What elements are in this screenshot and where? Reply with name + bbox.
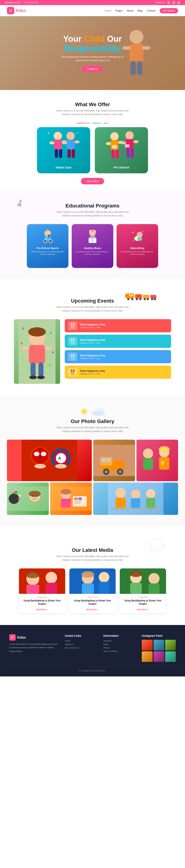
- svg-rect-16: [68, 149, 71, 158]
- preschool-label: Pre School: [113, 166, 129, 169]
- svg-point-135: [9, 493, 19, 504]
- logo[interactable]: K Kidzo: [7, 7, 26, 14]
- svg-point-82: [29, 375, 37, 379]
- media-card-3[interactable]: 12 Aug 2021 Using Backlighting to Enhan …: [120, 568, 166, 614]
- facebook-icon[interactable]: f: [167, 1, 170, 4]
- media-card-2[interactable]: 12 Aug 2021 Using Backlighting to Enhan …: [70, 568, 115, 614]
- hero-subtitle: Stop wasting precious time creating invo…: [60, 55, 125, 62]
- svg-rect-22: [106, 142, 111, 145]
- media-date-1: 12 Aug 2021: [21, 596, 63, 598]
- instagram-item-2[interactable]: [154, 640, 164, 650]
- footer-link-terms[interactable]: Terms of Policy: [103, 650, 137, 652]
- footer-link-news[interactable]: News: [103, 643, 137, 646]
- svg-rect-15: [75, 141, 80, 143]
- gallery-item-4[interactable]: [7, 483, 49, 515]
- event-item-2[interactable]: 12 May Paint Happiness Day Monday 11:00 …: [65, 335, 171, 348]
- footer-information-title: Information: [103, 634, 137, 638]
- nav-about[interactable]: About: [127, 9, 133, 12]
- svg-rect-158: [131, 498, 140, 508]
- svg-point-128: [143, 448, 153, 459]
- footer-link-services[interactable]: Services: [103, 640, 137, 642]
- footer-link-photos[interactable]: Photos: [103, 647, 137, 649]
- svg-point-71: [128, 291, 130, 292]
- svg-rect-11: [59, 149, 62, 158]
- gallery-item-1[interactable]: A: [7, 440, 92, 481]
- instagram-item-4[interactable]: [142, 651, 152, 662]
- svg-rect-73: [131, 294, 133, 296]
- nav-home[interactable]: Home: [105, 9, 111, 12]
- svg-rect-77: [29, 345, 45, 364]
- meals-illustration: [84, 228, 101, 244]
- svg-point-60: [131, 298, 133, 300]
- meals-desc: An amazing way to our at attending site,…: [75, 250, 110, 255]
- upcoming-events-section: Upcoming Events Kidzo mission is to prov…: [0, 279, 185, 395]
- svg-rect-179: [149, 583, 160, 594]
- svg-point-122: [105, 470, 108, 473]
- get-started-button[interactable]: Get Started: [160, 8, 178, 13]
- edu-cards-container: Pre-School Sports An amazing way to our …: [9, 224, 176, 268]
- offer-card-preschool: Pre School: [95, 127, 148, 173]
- svg-rect-151: [78, 498, 82, 500]
- media-link-2[interactable]: Read More: [86, 608, 97, 611]
- learn-more-button[interactable]: Learn More: [81, 178, 104, 184]
- edu-programs-title: Educational Programs: [9, 203, 176, 209]
- media-title-1: Using Backlighting to Enhan Your Images: [21, 599, 63, 606]
- svg-rect-153: [74, 503, 80, 504]
- contact-us-button[interactable]: Contact Us: [82, 66, 103, 72]
- decor-lines: [14, 123, 171, 123]
- twitter-icon[interactable]: t: [172, 1, 175, 4]
- pinterest-icon[interactable]: p: [177, 1, 180, 4]
- logo-text: Kidzo: [16, 8, 26, 13]
- svg-point-136: [12, 492, 15, 494]
- svg-rect-171: [82, 583, 94, 594]
- edu-card-babysitting: ★ ★ ★ Babysitting An amazing way to our …: [116, 224, 158, 268]
- event-item-4[interactable]: 12 May Paint Happiness Day Monday 11:00 …: [65, 366, 171, 379]
- event-item-1[interactable]: 12 May Paint Happiness Day Monday 11:00 …: [65, 319, 171, 332]
- footer-bottom: © Copyright 2022 Design By -: [9, 666, 176, 672]
- hero-title: Your Child Our Responsibility: [60, 34, 125, 53]
- instagram-item-5[interactable]: [154, 651, 164, 662]
- what-we-offer-desc: Kidzo mission is to provide affordable, …: [55, 109, 130, 116]
- nav-pages[interactable]: Pages: [115, 9, 123, 12]
- nav-blog[interactable]: Blog: [138, 9, 143, 12]
- footer-link-contact[interactable]: Get In Touch Us: [65, 647, 99, 649]
- event-date-num-4: 12: [70, 369, 75, 373]
- event-time-4: Monday 11:00 - 11:00: [80, 373, 168, 375]
- gallery-item-2[interactable]: [93, 440, 135, 481]
- svg-rect-67: [150, 295, 156, 299]
- footer-link-home[interactable]: Home: [65, 640, 99, 642]
- gallery-item-5[interactable]: [50, 483, 92, 515]
- svg-line-98: [82, 413, 82, 414]
- event-date-month-4: May: [70, 373, 75, 375]
- svg-line-95: [82, 409, 82, 410]
- svg-text:✦: ✦: [76, 131, 78, 134]
- svg-rect-131: [159, 457, 169, 470]
- photo-gallery-section: Our Photo Gallery Kidzo mission is to pr…: [0, 395, 185, 526]
- nav-contact[interactable]: Contact: [147, 9, 156, 12]
- media-link-3[interactable]: Read More: [137, 608, 147, 611]
- svg-point-20: [110, 132, 118, 141]
- svg-point-59: [127, 298, 130, 300]
- logo-icon: K: [7, 7, 14, 14]
- event-item-3[interactable]: 12 May Paint Happiness Day Monday 11:00 …: [65, 350, 171, 363]
- svg-point-86: [25, 360, 26, 362]
- media-card-1[interactable]: 12 Aug 2021 Using Backlighting to Enhan …: [19, 568, 65, 614]
- event-time-1: Monday 11:00 - 11:00: [80, 326, 168, 329]
- svg-point-133: [159, 446, 170, 453]
- footer-instagram-grid: [142, 640, 176, 662]
- svg-point-85: [50, 332, 52, 334]
- media-link-1[interactable]: Read More: [36, 608, 47, 611]
- instagram-item-1[interactable]: [142, 640, 152, 650]
- svg-rect-79: [45, 346, 52, 350]
- instagram-item-6[interactable]: [165, 651, 176, 662]
- svg-rect-127: [136, 440, 178, 481]
- svg-rect-33: [125, 144, 130, 148]
- gallery-item-3[interactable]: 3: [136, 440, 178, 481]
- svg-point-140: [18, 497, 20, 499]
- gallery-item-6[interactable]: [93, 483, 178, 515]
- instagram-item-3[interactable]: [165, 640, 176, 650]
- footer-link-about[interactable]: About Us: [65, 643, 99, 646]
- what-we-offer-title: What We Offer: [14, 101, 171, 107]
- svg-point-26: [125, 131, 134, 140]
- media-title-2: Using Backlighting to Enhan Your Images: [72, 599, 113, 606]
